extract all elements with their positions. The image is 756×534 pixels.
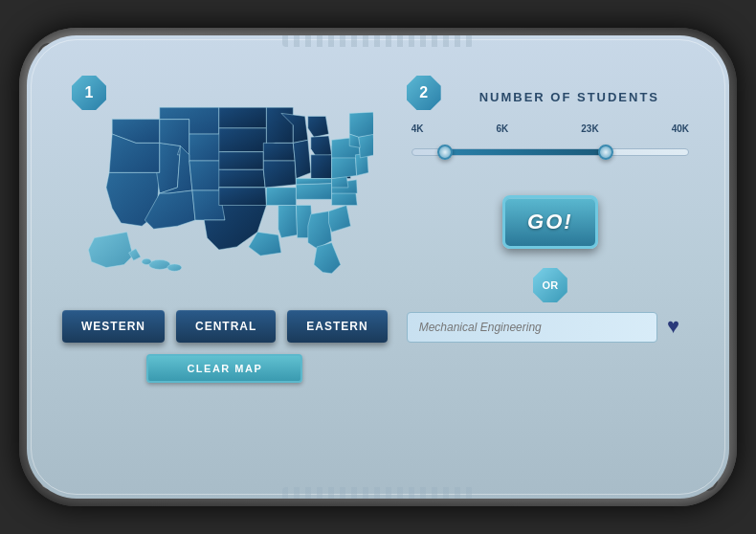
slider-thumb-right[interactable]: [598, 145, 613, 160]
go-button[interactable]: GO!: [502, 195, 598, 249]
svg-marker-31: [296, 179, 331, 185]
heart-icon[interactable]: ♥: [667, 314, 694, 341]
map-container: [77, 85, 373, 296]
svg-marker-34: [328, 206, 350, 233]
eastern-button[interactable]: EASTERN: [287, 310, 387, 343]
outer-frame: 1: [19, 28, 737, 506]
svg-marker-28: [278, 206, 298, 238]
svg-marker-13: [219, 152, 263, 170]
slider-current-low: 6K: [496, 123, 508, 134]
svg-marker-6: [189, 134, 222, 161]
left-panel: 1: [62, 76, 388, 458]
right-panel: 2 NUMBER OF STUDENTS 4K 6K 23K 40K: [407, 76, 694, 458]
svg-marker-22: [311, 155, 332, 179]
svg-point-47: [167, 264, 182, 271]
svg-marker-21: [311, 136, 332, 158]
slider-thumb-left[interactable]: [437, 145, 453, 160]
slider-track-wrapper[interactable]: [411, 138, 689, 167]
top-strip-decoration: [282, 35, 474, 47]
svg-marker-11: [219, 107, 267, 128]
svg-marker-3: [157, 143, 181, 193]
step-2-badge: 2: [407, 76, 441, 110]
slider-max-label: 40K: [672, 123, 689, 134]
central-button[interactable]: CENTRAL: [176, 310, 276, 343]
svg-marker-33: [314, 243, 341, 274]
students-label: NUMBER OF STUDENTS: [445, 90, 694, 104]
inner-panel: 1: [27, 35, 729, 499]
clear-map-button[interactable]: CLEAR MAP: [146, 354, 302, 383]
svg-marker-19: [293, 140, 311, 178]
svg-marker-30: [296, 184, 331, 200]
svg-marker-27: [249, 232, 281, 256]
or-badge: OR: [533, 268, 567, 302]
search-row: ♥: [407, 312, 694, 343]
step-1-badge: 1: [72, 76, 106, 110]
svg-point-46: [148, 260, 169, 270]
svg-marker-25: [219, 188, 267, 206]
svg-marker-12: [219, 128, 267, 152]
major-search-input[interactable]: [407, 312, 657, 343]
svg-marker-17: [263, 161, 296, 188]
slider-section: 4K 6K 23K 40K: [407, 123, 694, 167]
svg-marker-26: [266, 188, 296, 206]
svg-marker-32: [308, 211, 332, 249]
svg-marker-9: [189, 161, 224, 190]
slider-current-high: 23K: [581, 123, 598, 134]
slider-labels: 4K 6K 23K 40K: [411, 123, 689, 134]
svg-marker-42: [349, 112, 373, 137]
svg-marker-41: [358, 134, 373, 158]
slider-track: [411, 148, 689, 156]
us-map[interactable]: [77, 85, 373, 296]
slider-fill: [445, 149, 605, 155]
svg-marker-20: [308, 117, 329, 138]
svg-point-48: [142, 258, 151, 264]
western-button[interactable]: WESTERN: [62, 310, 165, 343]
svg-marker-15: [266, 107, 293, 145]
bottom-strip-decoration: [282, 487, 474, 499]
content-area: 1: [53, 66, 703, 468]
region-buttons: WESTERN CENTRAL EASTERN: [62, 310, 388, 343]
slider-min-label: 4K: [411, 123, 424, 134]
svg-marker-14: [219, 169, 265, 188]
svg-marker-16: [263, 143, 295, 161]
svg-marker-44: [88, 232, 132, 267]
svg-marker-38: [331, 155, 356, 179]
